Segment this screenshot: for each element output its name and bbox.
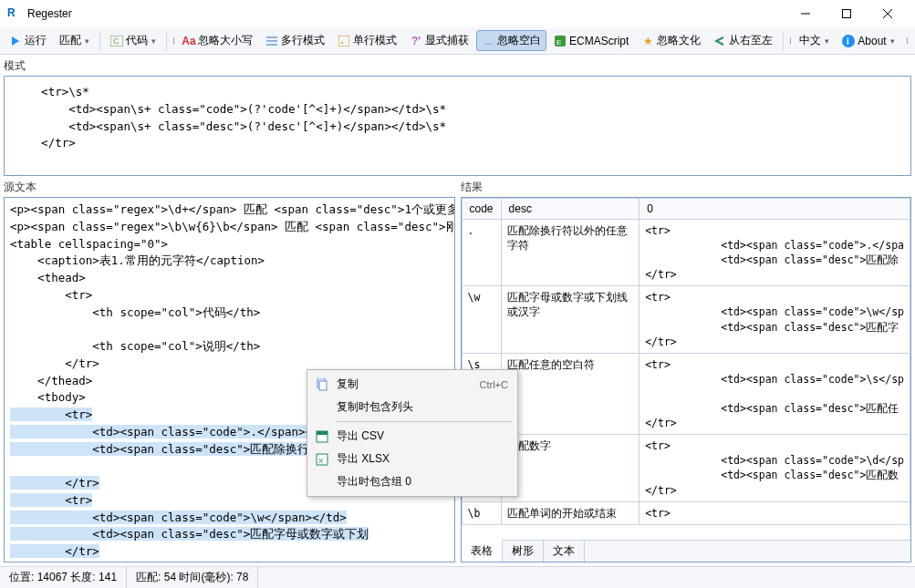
col-code[interactable]: code — [462, 199, 501, 220]
results-panel: 结果 code desc 0 .匹配除换行符以外的任意字符<tr> <td><s… — [461, 180, 912, 562]
run-label: 运行 — [25, 33, 47, 48]
menu-csv-label: 导出 CSV — [337, 428, 384, 444]
table-row[interactable]: .匹配除换行符以外的任意字符<tr> <td><span class="code… — [462, 220, 910, 286]
menu-xlsx-label: 导出 XLSX — [337, 451, 390, 467]
pattern-panel: 模式 <tr>\s* <td><span\s+ class="code">(?'… — [4, 58, 911, 176]
svg-rect-10 — [338, 36, 349, 46]
svg-text:X: X — [318, 457, 324, 465]
about-button[interactable]: iAbout▾ — [837, 32, 899, 50]
col-desc[interactable]: desc — [501, 199, 639, 220]
svg-rect-1 — [842, 10, 850, 18]
ecmascript-button[interactable]: EECMAScript — [548, 32, 634, 50]
csv-icon — [315, 429, 329, 444]
toolbar: 运行 匹配▾ C代码▾ ⁞ Aa忽略大小写 多行模式 单行模式 ?'显式捕获 ⎵… — [0, 27, 915, 55]
ecmascript-label: ECMAScript — [569, 35, 629, 47]
cell-desc: 匹配数字 — [501, 435, 639, 501]
table-row[interactable]: \w匹配字母或数字或下划线或汉字<tr> <td><span class="co… — [462, 286, 910, 353]
ecma-icon: E — [554, 35, 567, 47]
explicit-capture-label: 显式捕获 — [425, 33, 469, 48]
table-row[interactable]: \s匹配任意的空白符<tr> <td><span class="code">\s… — [462, 353, 910, 434]
multiline-button[interactable]: 多行模式 — [260, 30, 330, 51]
cell-code: \b — [462, 501, 501, 524]
code-label: 代码 — [126, 33, 148, 48]
results-tabs: 表格 树形 文本 — [462, 540, 911, 562]
tab-table[interactable]: 表格 — [462, 540, 503, 562]
cell-desc: 匹配单词的开始或结束 — [501, 501, 639, 524]
menu-export-xlsx[interactable]: X 导出 XLSX — [309, 448, 515, 470]
lang-label: 中文 — [799, 33, 821, 48]
table-header-row: code desc 0 — [462, 199, 910, 220]
rtl-button[interactable]: 从右至左 — [708, 30, 778, 51]
copy-icon — [315, 377, 329, 392]
explicit-capture-button[interactable]: ?'显式捕获 — [404, 30, 474, 51]
rtl-icon — [713, 35, 726, 47]
chevron-icon[interactable]: ⁞ — [906, 36, 909, 46]
ignore-case-label: 忽略大小写 — [198, 33, 253, 48]
col-0[interactable]: 0 — [639, 199, 910, 220]
cell-code: . — [462, 220, 501, 286]
tab-text[interactable]: 文本 — [544, 541, 585, 562]
cell-0: <tr> <td><span class="code">\d</sp <td><… — [639, 435, 910, 501]
table-row[interactable]: \d匹配数字<tr> <td><span class="code">\d</sp… — [462, 435, 910, 501]
window-title: Regester — [27, 7, 785, 20]
xlsx-icon: X — [315, 452, 329, 467]
case-icon: Aa — [182, 35, 195, 47]
menu-copy-with-header[interactable]: 复制时包含列头 — [309, 396, 515, 418]
app-icon: R — [7, 6, 22, 21]
close-button[interactable] — [867, 1, 908, 26]
svg-marker-4 — [12, 36, 19, 46]
chevron-down-icon: ▾ — [890, 36, 895, 46]
ignore-case-button[interactable]: Aa忽略大小写 — [177, 30, 258, 51]
menu-copy-header-label: 复制时包含列头 — [337, 399, 413, 415]
chevron-down-icon: ▾ — [151, 36, 156, 46]
menu-copy-label: 复制 — [337, 377, 359, 392]
status-bar: 位置: 14067 长度: 141 匹配: 54 时间(毫秒): 78 — [0, 566, 915, 588]
tab-tree[interactable]: 树形 — [503, 541, 544, 562]
capture-icon: ?' — [410, 35, 422, 47]
lang-button[interactable]: 中文▾ — [794, 30, 835, 51]
singleline-label: 单行模式 — [353, 33, 397, 48]
chevron-icon[interactable]: ⁞ — [789, 36, 792, 46]
svg-text:E: E — [556, 38, 561, 46]
svg-text:C: C — [113, 36, 120, 46]
menu-export-csv[interactable]: 导出 CSV — [309, 425, 515, 448]
cell-desc: 匹配除换行符以外的任意字符 — [501, 220, 639, 286]
results-table-scroll[interactable]: code desc 0 .匹配除换行符以外的任意字符<tr> <td><span… — [462, 198, 911, 540]
cell-0: <tr> — [639, 501, 910, 524]
cell-desc: 匹配字母或数字或下划线或汉字 — [501, 286, 639, 353]
ignore-culture-button[interactable]: ★忽略文化 — [636, 30, 706, 51]
svg-rect-17 — [319, 381, 327, 390]
whitespace-icon: ⎵ — [482, 35, 494, 47]
about-label: About — [858, 35, 886, 47]
results-container: code desc 0 .匹配除换行符以外的任意字符<tr> <td><span… — [461, 197, 912, 562]
star-icon: ★ — [641, 35, 654, 47]
run-button[interactable]: 运行 — [4, 30, 52, 51]
menu-group0-label: 导出时包含组 0 — [337, 474, 411, 490]
multiline-label: 多行模式 — [281, 33, 325, 48]
ignore-whitespace-button[interactable]: ⎵忽略空白 — [476, 30, 546, 51]
match-button[interactable]: 匹配▾ — [54, 30, 95, 51]
menu-export-group0[interactable]: 导出时包含组 0 — [309, 470, 515, 493]
code-icon: C — [110, 35, 123, 47]
status-position: 位置: 14067 长度: 141 — [0, 567, 127, 588]
svg-rect-19 — [317, 431, 328, 435]
singleline-button[interactable]: 单行模式 — [332, 30, 402, 51]
maximize-button[interactable] — [826, 1, 867, 26]
match-label: 匹配 — [59, 33, 81, 48]
menu-copy[interactable]: 复制 Ctrl+C — [309, 373, 515, 396]
ignore-culture-label: 忽略文化 — [657, 33, 701, 48]
code-button[interactable]: C代码▾ — [105, 30, 161, 51]
separator — [166, 32, 167, 50]
cell-code: \w — [462, 286, 501, 353]
results-table: code desc 0 .匹配除换行符以外的任意字符<tr> <td><span… — [462, 198, 911, 525]
table-row[interactable]: \b匹配单词的开始或结束<tr> — [462, 501, 910, 524]
context-menu: 复制 Ctrl+C 复制时包含列头 导出 CSV X 导出 XLSX 导出时包含… — [307, 369, 518, 497]
minimize-button[interactable] — [785, 1, 826, 26]
rtl-label: 从右至左 — [729, 33, 773, 48]
chevron-icon[interactable]: ⁞ — [172, 36, 175, 46]
cell-0: <tr> <td><span class="code">\w</sp <td><… — [639, 286, 910, 353]
results-label: 结果 — [461, 180, 912, 195]
singleline-icon — [338, 35, 350, 47]
menu-separator — [337, 421, 512, 422]
pattern-input[interactable]: <tr>\s* <td><span\s+ class="code">(?'cod… — [4, 76, 911, 176]
